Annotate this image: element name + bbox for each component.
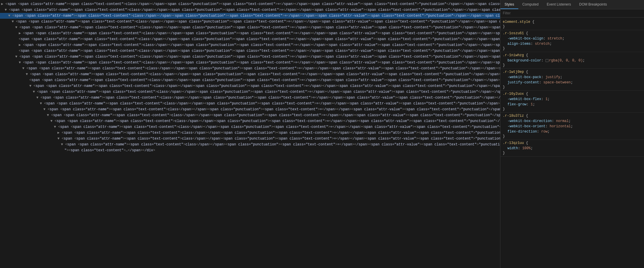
css-property[interactable]: -webkit-box-pack: justify; xyxy=(503,75,642,80)
dom-arrow[interactable]: ▶ xyxy=(19,31,23,36)
dom-line[interactable]: <span <span class="attr-name"><span clas… xyxy=(0,48,500,54)
dom-panel: ▶ <span <span class="attr-name"><span cl… xyxy=(0,0,500,268)
dom-arrow[interactable]: ▼ xyxy=(61,142,65,147)
rule-selector: element.style { xyxy=(503,20,642,24)
dom-arrow[interactable]: ▼ xyxy=(54,124,58,130)
style-rule-element: element.style { } xyxy=(500,19,644,30)
rule-close: } xyxy=(503,63,642,67)
dom-line[interactable]: ▼ <span <span class="attr-name"><span cl… xyxy=(0,136,500,142)
dom-line[interactable]: ▼ <span <span class="attr-name"><span cl… xyxy=(0,19,500,25)
dom-arrow[interactable]: ▼ xyxy=(40,101,44,106)
css-property[interactable]: flex-grow: 1; xyxy=(503,102,642,107)
css-property[interactable]: -webkit-box-orient: horizontal; xyxy=(503,124,642,129)
dom-arrow[interactable]: ▼ xyxy=(26,72,30,77)
dom-line[interactable]: ▼ <span <span class="attr-name"><span cl… xyxy=(0,89,500,95)
filter-input[interactable] xyxy=(503,11,642,15)
dom-arrow[interactable]: ▼ xyxy=(15,54,19,59)
dom-line[interactable]: ▶ <span <span class="attr-name"><span cl… xyxy=(0,1,500,7)
dom-line[interactable]: ▼ <span <span class="attr-name"><span cl… xyxy=(0,60,500,66)
style-rule: .r-18u37iz { -webkit-box-direction: norm… xyxy=(500,113,644,140)
dom-arrow[interactable]: ▼ xyxy=(57,136,62,141)
rule-selector[interactable]: .r-1wtj0ep { xyxy=(503,70,642,74)
css-property[interactable]: -webkit-box-direction: normal; xyxy=(503,118,642,124)
styles-content: element.style { } .r-1oszu61 { -webkit-b… xyxy=(500,18,644,268)
rule-selector[interactable]: .r-1oszu61 { xyxy=(503,31,642,35)
dom-arrow[interactable]: ▼ xyxy=(19,60,23,65)
dom-line[interactable]: ▼ <span <span class="attr-name"><span cl… xyxy=(0,54,500,60)
dom-line[interactable]: ▼ <span <span class="attr-name"><span cl… xyxy=(0,112,500,118)
dom-line[interactable]: ▼ <span <span class="attr-name"><span cl… xyxy=(0,71,500,77)
dom-line[interactable]: ▼ <span <span class="attr-name"><span cl… xyxy=(0,118,500,124)
css-property[interactable]: justify-content: space-between; xyxy=(503,80,642,85)
dom-line[interactable]: ▼ <span <span class="attr-name"><span cl… xyxy=(0,106,500,112)
dom-arrow[interactable]: ▶ xyxy=(1,1,5,7)
dom-line[interactable]: ▼ <span <span class="attr-name"><span cl… xyxy=(0,101,500,106)
css-property[interactable]: -webkit-box-flex: 1; xyxy=(503,97,642,102)
css-property[interactable]: align-items: stretch; xyxy=(503,41,642,47)
dom-arrow[interactable]: ▶ xyxy=(19,42,23,48)
style-rule: .r-16y2uox { -webkit-box-flex: 1; flex-g… xyxy=(500,91,644,113)
dom-line[interactable]: ▼ <span <span class="attr-name"><span cl… xyxy=(0,13,500,19)
dom-arrow[interactable]: ▼ xyxy=(29,83,33,89)
style-rule: .r-1wtj0ep { -webkit-box-pack: justify; … xyxy=(500,69,644,91)
rule-close: } xyxy=(503,25,642,29)
tabs-bar: StylesComputedEvent ListenersDOM Breakpo… xyxy=(500,0,644,9)
dom-arrow[interactable]: ▼ xyxy=(33,89,37,95)
filter-bar[interactable] xyxy=(500,9,644,18)
dom-line[interactable]: <span <span class="attr-name"><span clas… xyxy=(0,77,500,83)
dom-line[interactable]: ▶ <span <span class="attr-name"><span cl… xyxy=(0,42,500,48)
rule-close: } xyxy=(503,107,642,111)
dom-arrow[interactable]: ▼ xyxy=(5,7,9,13)
rule-selector[interactable]: .r-16y2uox { xyxy=(503,92,642,96)
dom-arrow[interactable]: ▶ xyxy=(57,130,62,135)
rule-selector[interactable]: .r-18u37iz { xyxy=(503,114,642,118)
styles-panel: StylesComputedEvent ListenersDOM Breakpo… xyxy=(500,0,644,268)
dom-line[interactable]: ▼ <span <span class="attr-name"><span cl… xyxy=(0,25,500,30)
tab-event-listeners[interactable]: Event Listeners xyxy=(543,0,575,9)
dom-line[interactable]: ▶ <span <span class="attr-name"><span cl… xyxy=(0,130,500,136)
style-rule: .r-13qz1uu { width: 100%; } xyxy=(500,140,644,157)
dom-arrow[interactable]: ▼ xyxy=(12,19,16,24)
dom-line[interactable]: <span <span class="attr-name"><span clas… xyxy=(0,36,500,42)
dom-arrow[interactable]: ▼ xyxy=(43,107,47,112)
dom-line[interactable]: ▼ <span <span class="attr-name"><span cl… xyxy=(0,66,500,71)
tab-dom-breakpoints[interactable]: DOM Breakpoints xyxy=(575,0,611,9)
dom-line[interactable]: ▼ <span <span class="attr-name"><span cl… xyxy=(0,7,500,13)
css-property[interactable]: flex-direction: row; xyxy=(503,129,642,134)
rule-close: } xyxy=(503,85,642,89)
rule-close: } xyxy=(503,47,642,51)
tab-computed[interactable]: Computed xyxy=(518,0,543,9)
dom-line[interactable]: ▼ <span <span class="attr-name"><span cl… xyxy=(0,124,500,130)
dom-line[interactable]: ▼ <span <span class="attr-name"><span cl… xyxy=(0,83,500,89)
dom-arrow[interactable]: ▼ xyxy=(36,95,40,100)
dom-line[interactable]: "><span class="text-content">…</span></d… xyxy=(0,147,500,153)
style-rule: .r-1oszu61 { -webkit-box-align: stretch;… xyxy=(500,30,644,52)
dom-line[interactable]: ▶ <span <span class="attr-name"><span cl… xyxy=(0,30,500,36)
rule-selector[interactable]: .r-13qz1uu { xyxy=(503,141,642,145)
dom-line[interactable]: ▼ <span <span class="attr-name"><span cl… xyxy=(0,95,500,101)
dom-arrow[interactable]: ▼ xyxy=(8,13,12,18)
tab-styles[interactable]: Styles xyxy=(500,0,518,9)
rule-selector[interactable]: .r-1niwhzg { xyxy=(503,53,642,57)
dom-line[interactable]: ▼ <span <span class="attr-name"><span cl… xyxy=(0,142,500,147)
dom-arrow[interactable]: ▼ xyxy=(50,118,54,124)
dom-arrow[interactable]: ▼ xyxy=(15,25,19,30)
rule-close: } xyxy=(503,134,642,138)
css-property[interactable]: width: 100%; xyxy=(503,146,642,151)
rule-close: } xyxy=(503,151,642,155)
css-property[interactable]: background-color: rgba(0, 0, 0, 0); xyxy=(503,58,642,63)
style-rule: .r-1niwhzg { background-color: rgba(0, 0… xyxy=(500,52,644,69)
dom-arrow[interactable]: ▼ xyxy=(47,113,51,118)
dom-arrow[interactable]: ▼ xyxy=(22,66,26,71)
css-property[interactable]: -webkit-box-align: stretch; xyxy=(503,36,642,41)
